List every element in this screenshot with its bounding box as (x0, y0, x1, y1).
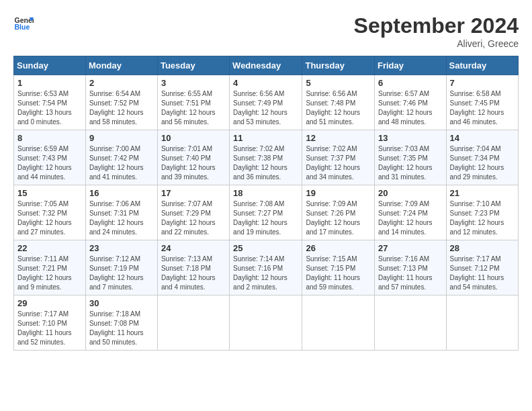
day-number: 30 (89, 298, 154, 308)
calendar-day-cell (302, 295, 375, 351)
calendar-day-cell: 2Sunrise: 6:54 AM Sunset: 7:52 PM Daylig… (85, 75, 157, 130)
calendar-day-cell: 27Sunrise: 7:16 AM Sunset: 7:13 PM Dayli… (375, 240, 447, 295)
day-info: Sunrise: 7:08 AM Sunset: 7:27 PM Dayligh… (233, 199, 298, 237)
day-number: 19 (306, 188, 371, 198)
calendar-day-cell: 4Sunrise: 6:56 AM Sunset: 7:49 PM Daylig… (230, 75, 302, 130)
column-header-monday: Monday (85, 56, 157, 75)
day-number: 3 (161, 78, 226, 88)
calendar-day-cell (375, 295, 447, 351)
calendar-week-row: 15Sunrise: 7:05 AM Sunset: 7:32 PM Dayli… (14, 185, 519, 240)
day-info: Sunrise: 7:17 AM Sunset: 7:12 PM Dayligh… (450, 255, 515, 292)
day-info: Sunrise: 7:13 AM Sunset: 7:18 PM Dayligh… (161, 255, 226, 292)
logo: General Blue (13, 13, 34, 34)
calendar-day-cell: 3Sunrise: 6:55 AM Sunset: 7:51 PM Daylig… (157, 75, 229, 130)
day-number: 13 (378, 133, 443, 143)
calendar-day-cell: 26Sunrise: 7:15 AM Sunset: 7:15 PM Dayli… (302, 240, 375, 295)
day-number: 25 (233, 243, 298, 253)
day-number: 5 (306, 78, 371, 88)
calendar-day-cell: 29Sunrise: 7:17 AM Sunset: 7:10 PM Dayli… (14, 295, 86, 351)
calendar-day-cell: 28Sunrise: 7:17 AM Sunset: 7:12 PM Dayli… (446, 240, 518, 295)
calendar-day-cell: 24Sunrise: 7:13 AM Sunset: 7:18 PM Dayli… (157, 240, 229, 295)
day-info: Sunrise: 6:59 AM Sunset: 7:43 PM Dayligh… (17, 144, 82, 182)
logo-icon: General Blue (13, 13, 34, 34)
calendar-day-cell: 19Sunrise: 7:09 AM Sunset: 7:26 PM Dayli… (302, 185, 375, 240)
day-number: 17 (161, 188, 226, 198)
day-info: Sunrise: 7:11 AM Sunset: 7:21 PM Dayligh… (17, 255, 82, 292)
calendar-day-cell: 9Sunrise: 7:00 AM Sunset: 7:42 PM Daylig… (85, 130, 157, 185)
day-info: Sunrise: 7:07 AM Sunset: 7:29 PM Dayligh… (161, 199, 226, 237)
day-info: Sunrise: 7:09 AM Sunset: 7:24 PM Dayligh… (378, 199, 443, 237)
day-number: 4 (233, 78, 298, 88)
day-number: 24 (161, 243, 226, 253)
calendar-day-cell: 11Sunrise: 7:02 AM Sunset: 7:38 PM Dayli… (230, 130, 302, 185)
calendar-day-cell: 22Sunrise: 7:11 AM Sunset: 7:21 PM Dayli… (14, 240, 86, 295)
calendar-day-cell: 7Sunrise: 6:58 AM Sunset: 7:45 PM Daylig… (446, 75, 518, 130)
page-header: General Blue September 2024 Aliveri, Gre… (13, 13, 519, 49)
day-info: Sunrise: 7:04 AM Sunset: 7:34 PM Dayligh… (450, 144, 515, 182)
day-number: 21 (450, 188, 515, 198)
calendar-day-cell: 21Sunrise: 7:10 AM Sunset: 7:23 PM Dayli… (446, 185, 518, 240)
calendar-day-cell: 16Sunrise: 7:06 AM Sunset: 7:31 PM Dayli… (85, 185, 157, 240)
day-info: Sunrise: 7:12 AM Sunset: 7:19 PM Dayligh… (89, 255, 154, 292)
location: Aliveri, Greece (354, 38, 519, 49)
day-info: Sunrise: 6:56 AM Sunset: 7:49 PM Dayligh… (233, 89, 298, 127)
day-number: 9 (89, 133, 154, 143)
day-info: Sunrise: 7:18 AM Sunset: 7:08 PM Dayligh… (89, 310, 154, 347)
day-info: Sunrise: 6:56 AM Sunset: 7:48 PM Dayligh… (306, 89, 371, 127)
day-number: 23 (89, 243, 154, 253)
calendar-day-cell (230, 295, 302, 351)
calendar-day-cell: 30Sunrise: 7:18 AM Sunset: 7:08 PM Dayli… (85, 295, 157, 351)
calendar-day-cell: 23Sunrise: 7:12 AM Sunset: 7:19 PM Dayli… (85, 240, 157, 295)
day-info: Sunrise: 7:15 AM Sunset: 7:15 PM Dayligh… (306, 255, 371, 292)
calendar-week-row: 8Sunrise: 6:59 AM Sunset: 7:43 PM Daylig… (14, 130, 519, 185)
calendar-day-cell: 25Sunrise: 7:14 AM Sunset: 7:16 PM Dayli… (230, 240, 302, 295)
svg-text:Blue: Blue (15, 23, 30, 31)
day-info: Sunrise: 7:10 AM Sunset: 7:23 PM Dayligh… (450, 199, 515, 237)
day-number: 20 (378, 188, 443, 198)
day-number: 16 (89, 188, 154, 198)
calendar-day-cell: 8Sunrise: 6:59 AM Sunset: 7:43 PM Daylig… (14, 130, 86, 185)
day-number: 14 (450, 133, 515, 143)
day-info: Sunrise: 6:58 AM Sunset: 7:45 PM Dayligh… (450, 89, 515, 127)
day-number: 2 (89, 78, 154, 88)
calendar-week-row: 1Sunrise: 6:53 AM Sunset: 7:54 PM Daylig… (14, 75, 519, 130)
day-number: 22 (17, 243, 82, 253)
column-header-wednesday: Wednesday (230, 56, 302, 75)
calendar-day-cell: 18Sunrise: 7:08 AM Sunset: 7:27 PM Dayli… (230, 185, 302, 240)
day-number: 6 (378, 78, 443, 88)
day-number: 27 (378, 243, 443, 253)
column-header-saturday: Saturday (446, 56, 518, 75)
calendar-day-cell: 1Sunrise: 6:53 AM Sunset: 7:54 PM Daylig… (14, 75, 86, 130)
column-header-friday: Friday (375, 56, 447, 75)
day-number: 12 (306, 133, 371, 143)
day-number: 18 (233, 188, 298, 198)
day-info: Sunrise: 6:57 AM Sunset: 7:46 PM Dayligh… (378, 89, 443, 127)
column-header-sunday: Sunday (14, 56, 86, 75)
month-title: September 2024 (354, 13, 519, 38)
calendar-day-cell: 12Sunrise: 7:02 AM Sunset: 7:37 PM Dayli… (302, 130, 375, 185)
calendar-day-cell: 10Sunrise: 7:01 AM Sunset: 7:40 PM Dayli… (157, 130, 229, 185)
day-info: Sunrise: 7:17 AM Sunset: 7:10 PM Dayligh… (17, 310, 82, 347)
calendar-day-cell (157, 295, 229, 351)
calendar-day-cell: 15Sunrise: 7:05 AM Sunset: 7:32 PM Dayli… (14, 185, 86, 240)
day-info: Sunrise: 7:05 AM Sunset: 7:32 PM Dayligh… (17, 199, 82, 237)
calendar-table: SundayMondayTuesdayWednesdayThursdayFrid… (13, 56, 519, 351)
day-info: Sunrise: 7:02 AM Sunset: 7:37 PM Dayligh… (306, 144, 371, 182)
calendar-day-cell: 17Sunrise: 7:07 AM Sunset: 7:29 PM Dayli… (157, 185, 229, 240)
day-number: 1 (17, 78, 82, 88)
day-info: Sunrise: 6:53 AM Sunset: 7:54 PM Dayligh… (17, 89, 82, 127)
day-info: Sunrise: 6:55 AM Sunset: 7:51 PM Dayligh… (161, 89, 226, 127)
day-number: 26 (306, 243, 371, 253)
day-number: 8 (17, 133, 82, 143)
day-number: 7 (450, 78, 515, 88)
day-info: Sunrise: 6:54 AM Sunset: 7:52 PM Dayligh… (89, 89, 154, 127)
calendar-day-cell: 20Sunrise: 7:09 AM Sunset: 7:24 PM Dayli… (375, 185, 447, 240)
calendar-day-cell (446, 295, 518, 351)
column-header-tuesday: Tuesday (157, 56, 229, 75)
calendar-day-cell: 13Sunrise: 7:03 AM Sunset: 7:35 PM Dayli… (375, 130, 447, 185)
day-info: Sunrise: 7:14 AM Sunset: 7:16 PM Dayligh… (233, 255, 298, 292)
day-info: Sunrise: 7:00 AM Sunset: 7:42 PM Dayligh… (89, 144, 154, 182)
day-info: Sunrise: 7:06 AM Sunset: 7:31 PM Dayligh… (89, 199, 154, 237)
day-info: Sunrise: 7:02 AM Sunset: 7:38 PM Dayligh… (233, 144, 298, 182)
day-number: 15 (17, 188, 82, 198)
